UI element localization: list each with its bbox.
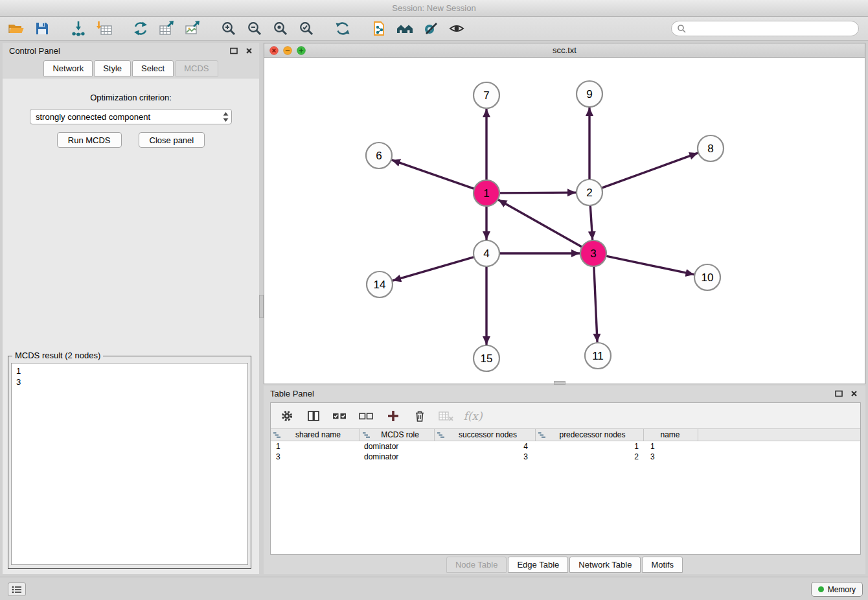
zoom-out-icon[interactable]: [245, 19, 264, 38]
tab-motifs[interactable]: Motifs: [642, 557, 683, 573]
node-6[interactable]: 6: [366, 143, 392, 168]
node-9[interactable]: 9: [577, 81, 602, 107]
memory-status-icon: [818, 586, 824, 592]
export-image-icon[interactable]: [183, 19, 202, 38]
close-panel-icon[interactable]: [246, 47, 253, 54]
select-stepper-icon: [223, 111, 229, 124]
column-header-mcds-role[interactable]: MCDS role: [360, 429, 435, 441]
eye-icon[interactable]: [447, 19, 466, 38]
cell-successor-nodes[interactable]: 3: [435, 452, 536, 462]
column-header-successor-nodes[interactable]: successor nodes: [435, 429, 536, 441]
details-icon[interactable]: [421, 19, 440, 38]
memory-button[interactable]: Memory: [811, 582, 863, 597]
svg-text:7: 7: [483, 89, 489, 102]
tab-network[interactable]: Network: [43, 60, 93, 76]
node-14[interactable]: 14: [367, 271, 393, 297]
edge-2-8[interactable]: [602, 153, 698, 188]
search-field[interactable]: [671, 21, 859, 36]
zoom-in-icon[interactable]: [219, 19, 238, 38]
task-history-button[interactable]: [8, 583, 26, 596]
optimization-criterion-label: Optimization criterion:: [3, 93, 259, 102]
search-input[interactable]: [686, 24, 853, 33]
cell-predecessor-nodes[interactable]: 2: [536, 452, 644, 462]
table-row[interactable]: 3 dominator 3 2 3: [271, 452, 860, 462]
network-view-window: scc.txt 1234678910111415: [264, 43, 865, 384]
function-builder-icon: f(x): [464, 408, 481, 424]
close-panel-button[interactable]: Close panel: [139, 132, 205, 148]
node-10[interactable]: 10: [694, 264, 720, 290]
edge-3-1[interactable]: [498, 200, 582, 247]
node-11[interactable]: 11: [585, 343, 611, 369]
cell-shared-name[interactable]: 1: [271, 441, 360, 452]
tab-node-table[interactable]: Node Table: [446, 557, 507, 573]
mcds-result-textarea[interactable]: 1 3: [11, 363, 248, 565]
application-window: Session: New Session: [0, 0, 868, 600]
cell-name[interactable]: 1: [644, 441, 698, 452]
node-15[interactable]: 15: [474, 345, 499, 371]
delete-column-icon[interactable]: [411, 408, 428, 424]
table-row[interactable]: 1 dominator 4 1 1: [271, 441, 860, 452]
tab-select[interactable]: Select: [132, 60, 174, 76]
network-canvas[interactable]: 1234678910111415: [264, 58, 866, 385]
horizontal-splitter-handle[interactable]: [554, 381, 565, 385]
open-session-icon[interactable]: [6, 19, 26, 38]
node-8[interactable]: 8: [698, 135, 724, 161]
cell-mcds-role[interactable]: dominator: [360, 452, 435, 462]
edge-1-6[interactable]: [392, 160, 474, 189]
tab-edge-table[interactable]: Edge Table: [508, 557, 568, 573]
import-table-icon[interactable]: [95, 19, 114, 38]
column-header-predecessor-nodes[interactable]: predecessor nodes: [536, 429, 644, 441]
edge-4-14[interactable]: [393, 257, 474, 281]
save-session-icon[interactable]: [32, 19, 52, 38]
main-toolbar: [0, 17, 868, 41]
table-header-row: shared name MCDS role successor nodes: [271, 429, 860, 441]
control-panel: Control Panel Network Style Select MCDS …: [3, 43, 259, 574]
edge-3-10[interactable]: [606, 256, 694, 275]
first-neighbors-icon[interactable]: [369, 19, 389, 38]
tab-network-table[interactable]: Network Table: [569, 557, 641, 573]
list-icon: [12, 586, 22, 594]
edge-1-2[interactable]: [499, 192, 576, 193]
column-header-shared-name[interactable]: shared name: [271, 429, 360, 441]
cell-shared-name[interactable]: 3: [271, 452, 360, 462]
tab-style[interactable]: Style: [94, 60, 131, 76]
network-window-title: scc.txt: [264, 45, 865, 55]
status-bar: Memory: [0, 577, 868, 600]
home-icon[interactable]: [395, 19, 415, 38]
cell-name[interactable]: 3: [644, 452, 698, 462]
select-all-columns-icon[interactable]: [332, 408, 348, 424]
export-table-icon[interactable]: [157, 19, 176, 38]
edge-2-3[interactable]: [590, 205, 592, 240]
import-network-icon[interactable]: [69, 19, 88, 38]
cell-predecessor-nodes[interactable]: 1: [536, 441, 644, 452]
window-titlebar: Session: New Session: [0, 0, 868, 17]
run-mcds-button[interactable]: Run MCDS: [57, 132, 122, 148]
show-column-icon[interactable]: [305, 408, 322, 424]
add-column-icon[interactable]: [385, 408, 402, 424]
float-panel-icon[interactable]: [230, 47, 238, 54]
export-network-icon[interactable]: [131, 19, 150, 38]
network-window-titlebar[interactable]: scc.txt: [264, 43, 865, 58]
deselect-all-columns-icon[interactable]: [358, 408, 375, 424]
node-7[interactable]: 7: [474, 82, 499, 108]
close-table-panel-icon[interactable]: [851, 390, 858, 397]
float-table-panel-icon[interactable]: [835, 390, 843, 397]
svg-text:15: 15: [481, 352, 493, 365]
tab-mcds[interactable]: MCDS: [175, 60, 218, 76]
node-1[interactable]: 1: [474, 180, 499, 206]
zoom-fit-icon[interactable]: [271, 19, 290, 38]
table-settings-gear-icon[interactable]: [279, 408, 295, 424]
node-3[interactable]: 3: [580, 240, 606, 266]
cell-successor-nodes[interactable]: 4: [435, 441, 536, 452]
edge-3-11[interactable]: [594, 266, 597, 342]
refresh-icon[interactable]: [333, 19, 352, 38]
zoom-selected-icon[interactable]: [297, 19, 316, 38]
memory-label: Memory: [828, 585, 856, 594]
node-4[interactable]: 4: [474, 240, 499, 266]
criterion-select[interactable]: strongly connected component: [30, 109, 232, 124]
column-header-name[interactable]: name: [644, 429, 698, 441]
node-2[interactable]: 2: [577, 179, 602, 205]
cell-mcds-role[interactable]: dominator: [360, 441, 435, 452]
control-panel-header: Control Panel: [3, 43, 259, 58]
vertical-splitter-handle[interactable]: [259, 295, 264, 318]
